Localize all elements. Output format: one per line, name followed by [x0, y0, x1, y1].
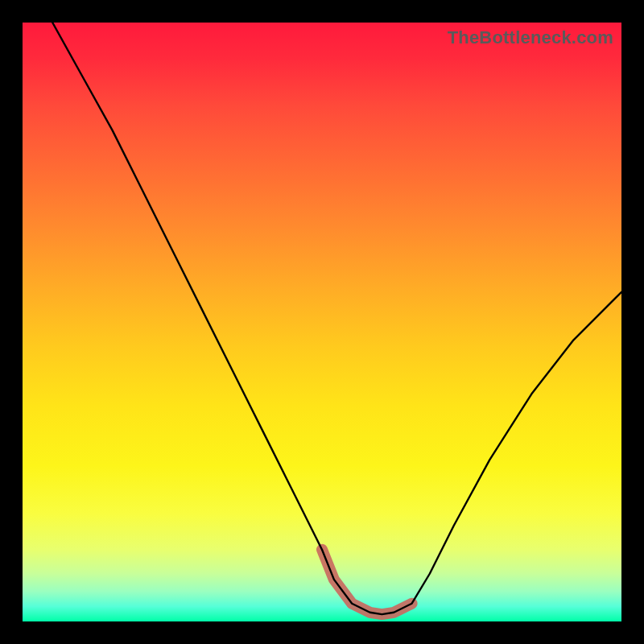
curve-main [52, 23, 621, 614]
watermark-text: TheBottleneck.com [448, 27, 613, 48]
chart-svg [23, 23, 621, 621]
plot-area: TheBottleneck.com [23, 23, 621, 621]
chart-frame: TheBottleneck.com [0, 0, 644, 644]
